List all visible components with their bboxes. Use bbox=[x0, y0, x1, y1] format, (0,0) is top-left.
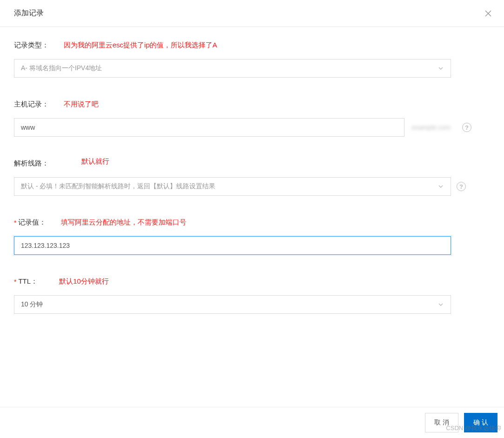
required-mark: * bbox=[14, 219, 16, 226]
confirm-button[interactable]: 确认 bbox=[464, 413, 497, 432]
input-host-record[interactable] bbox=[14, 118, 405, 137]
required-mark: * bbox=[14, 278, 16, 285]
modal-footer: 取消 确认 bbox=[0, 407, 504, 438]
modal-title: 添加记录 bbox=[14, 8, 44, 18]
label-record-type: 记录类型： bbox=[14, 41, 49, 50]
label-ttl: TTL： bbox=[18, 277, 38, 286]
section-line: 默认就行 解析线路： 默认 - 必填！未匹配到智能解析线路时，返回【默认】线路设… bbox=[14, 159, 490, 196]
label-record-value: 记录值： bbox=[18, 218, 46, 227]
annotation-record-type: 因为我的阿里云esc提供了ip的值，所以我选择了A bbox=[64, 41, 217, 50]
chevron-down-icon bbox=[438, 65, 444, 72]
modal-header: 添加记录 bbox=[0, 0, 504, 27]
domain-suffix: .example.com bbox=[410, 124, 457, 131]
annotation-record-value: 填写阿里云分配的地址，不需要加端口号 bbox=[61, 218, 186, 227]
section-host-record: 主机记录： 不用说了吧 .example.com ? bbox=[14, 100, 490, 137]
help-icon[interactable]: ? bbox=[457, 182, 466, 191]
select-record-type[interactable]: A- 将域名指向一个IPV4地址 bbox=[14, 59, 451, 78]
input-record-value[interactable] bbox=[14, 236, 451, 255]
select-ttl[interactable]: 10 分钟 bbox=[14, 295, 451, 314]
select-ttl-text: 10 分钟 bbox=[21, 300, 43, 309]
select-record-type-text: A- 将域名指向一个IPV4地址 bbox=[21, 64, 102, 73]
section-record-type: 记录类型： 因为我的阿里云esc提供了ip的值，所以我选择了A A- 将域名指向… bbox=[14, 41, 490, 78]
annotation-line: 默认就行 bbox=[81, 157, 109, 166]
close-icon[interactable] bbox=[484, 9, 493, 18]
chevron-down-icon bbox=[438, 301, 444, 308]
annotation-host-record: 不用说了吧 bbox=[64, 100, 99, 109]
select-line[interactable]: 默认 - 必填！未匹配到智能解析线路时，返回【默认】线路设置结果 bbox=[14, 177, 451, 196]
chevron-down-icon bbox=[438, 183, 444, 190]
form-body: 记录类型： 因为我的阿里云esc提供了ip的值，所以我选择了A A- 将域名指向… bbox=[0, 27, 504, 314]
section-record-value: * 记录值： 填写阿里云分配的地址，不需要加端口号 bbox=[14, 218, 490, 255]
help-icon[interactable]: ? bbox=[462, 123, 471, 132]
cancel-button[interactable]: 取消 bbox=[425, 413, 458, 432]
label-host-record: 主机记录： bbox=[14, 100, 49, 109]
select-line-text: 默认 - 必填！未匹配到智能解析线路时，返回【默认】线路设置结果 bbox=[21, 182, 215, 191]
section-ttl: * TTL： 默认10分钟就行 10 分钟 bbox=[14, 277, 490, 314]
annotation-ttl: 默认10分钟就行 bbox=[59, 277, 109, 286]
